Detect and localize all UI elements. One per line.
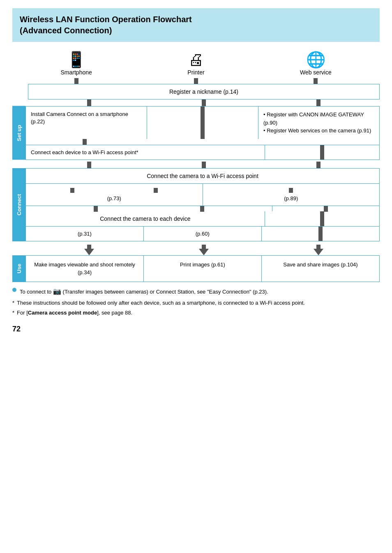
p31-p60-row: (p.31) (p.60) <box>26 226 379 241</box>
p89-cell: (p.89) <box>203 184 380 206</box>
conn-printer <box>163 78 229 84</box>
connect-box: Connect the camera to a Wi-Fi access poi… <box>25 168 380 241</box>
connect-content: Connect the camera to a Wi-Fi access poi… <box>25 168 380 241</box>
smartphone-icon: 📱 <box>67 52 86 67</box>
smc3 <box>261 139 379 145</box>
web-icon: 🌐 <box>306 52 325 67</box>
below-setup-connectors-inner <box>28 162 380 168</box>
p73-p89-row: (p.73) (p.89) <box>26 184 379 206</box>
setup-content: Install Camera Connect on a smartphone (… <box>25 106 380 160</box>
p89-connectors <box>208 188 375 193</box>
p73-cell: (p.73) <box>26 184 203 206</box>
below-p73-connectors <box>26 206 379 211</box>
device-printer: 🖨 Printer <box>163 52 229 76</box>
arrow2 <box>171 245 237 255</box>
below-conn-printer <box>171 99 237 106</box>
wifi-ap-row: Connect each device to a Wi-Fi access po… <box>26 145 379 160</box>
use-label: Use <box>12 255 25 282</box>
p60-text: (p.60) <box>149 231 256 237</box>
p73-conn2 <box>154 188 158 193</box>
printer-label: Printer <box>187 69 204 76</box>
setup-mid-connectors <box>26 139 379 145</box>
p89-text: (p.89) <box>208 195 375 201</box>
p31-p60-inner: (p.31) (p.60) <box>26 227 261 241</box>
smc1 <box>26 139 144 145</box>
use-content: Make images viewable and shoot remotely … <box>25 255 380 282</box>
register-section: Register a nickname (p.14) <box>28 84 380 99</box>
arrow-cells <box>28 243 380 255</box>
arrow2-head <box>199 249 209 255</box>
p31-text: (p.31) <box>31 231 138 237</box>
bp89-inner <box>272 206 379 211</box>
setup-col1: Install Camera Connect on a smartphone (… <box>26 106 147 139</box>
note-bullet-text: To connect to 📷 (Transfer images between… <box>20 286 268 297</box>
note-star-1: * These instructions should be followed … <box>12 299 380 308</box>
wifi-ap-cell: Connect each device to a Wi-Fi access po… <box>26 145 265 160</box>
connectors-from-devices <box>12 78 380 84</box>
below-conn-webservice <box>286 99 351 106</box>
p89-conn <box>289 188 293 193</box>
ce-passthrough <box>320 211 324 226</box>
connect-each-inner: Connect the camera to each device <box>26 211 379 226</box>
as-conn1 <box>56 162 122 168</box>
setup-label: Set up <box>12 106 25 160</box>
page-number: 72 <box>12 325 380 333</box>
arrow1-head <box>84 249 94 255</box>
arrow3 <box>286 245 351 255</box>
register-section-wrapper: Register a nickname (p.14) <box>12 84 380 99</box>
below-register-connectors-inner <box>28 99 380 106</box>
setup-three-col: Install Camera Connect on a smartphone (… <box>26 106 379 139</box>
wifi-ap-right <box>265 145 379 160</box>
page-title: Wireless LAN Function Operation Flowchar… <box>20 14 372 36</box>
as-conn3 <box>286 162 351 168</box>
device-webservice: 🌐 Web service <box>283 52 348 76</box>
arrow1-line <box>87 245 91 249</box>
use-section: Use Make images viewable and shoot remot… <box>12 255 380 282</box>
camera-access-bold: Camera access point mode <box>28 310 97 316</box>
connect-each-wrapper: Connect the camera to each device <box>26 211 379 226</box>
bp73-inner <box>26 206 272 211</box>
below-setup-connectors <box>12 162 380 168</box>
printer-icon: 🖨 <box>188 52 204 67</box>
bp89-c <box>324 206 328 212</box>
setup-col3: • Register with CANON iMAGE GATEWAY (p.9… <box>258 106 379 139</box>
star1-sym: * <box>12 299 14 308</box>
p89-pass <box>318 227 323 241</box>
arrow1 <box>56 245 122 255</box>
smartphone-label: Smartphone <box>61 69 92 76</box>
arrow2-line <box>202 245 206 249</box>
star2-sym: * <box>12 309 14 317</box>
webservice-label: Web service <box>300 69 332 76</box>
arrow3-head <box>314 249 323 255</box>
bottom-notes: To connect to 📷 (Transfer images between… <box>12 286 380 317</box>
note-star2-text: For [Camera access point mode], see page… <box>17 309 132 317</box>
use-box: Make images viewable and shoot remotely … <box>25 255 380 282</box>
bullet-icon <box>12 288 16 292</box>
conn-smartphone <box>44 78 109 84</box>
smc2 <box>144 139 262 145</box>
note-star-2: * For [Camera access point mode], see pa… <box>12 309 380 317</box>
bp73-c2 <box>200 206 204 212</box>
p89-pass-cell <box>261 227 379 241</box>
devices-row: 📱 Smartphone 🖨 Printer 🌐 Web service <box>12 52 380 76</box>
conn-webservice <box>283 78 348 84</box>
arrow3-line <box>316 245 321 249</box>
p31-cell: (p.31) <box>26 227 143 241</box>
use-cell1: Make images viewable and shoot remotely … <box>26 256 143 282</box>
note-star1-text: These instructions should be followed on… <box>17 299 305 308</box>
connect-section: Connect Connect the camera to a Wi-Fi ac… <box>12 168 380 241</box>
device-smartphone: 📱 Smartphone <box>44 52 109 76</box>
below-register-connectors <box>12 99 380 106</box>
setup-section: Set up Install Camera Connect on a smart… <box>12 106 380 160</box>
setup-col2-connector <box>147 106 258 139</box>
p73-text: (p.73) <box>31 195 198 201</box>
arrows-to-use <box>12 243 380 255</box>
below-conn-smartphone <box>56 99 122 106</box>
page-header: Wireless LAN Function Operation Flowchar… <box>12 8 380 42</box>
below-connectors-register <box>28 99 380 106</box>
setup-box: Install Camera Connect on a smartphone (… <box>25 106 380 160</box>
connect-each-right-pass <box>265 211 379 226</box>
note-bullet-1: To connect to 📷 (Transfer images between… <box>12 286 380 297</box>
p73-connectors <box>31 188 198 193</box>
connectors-after-setup <box>28 162 380 168</box>
